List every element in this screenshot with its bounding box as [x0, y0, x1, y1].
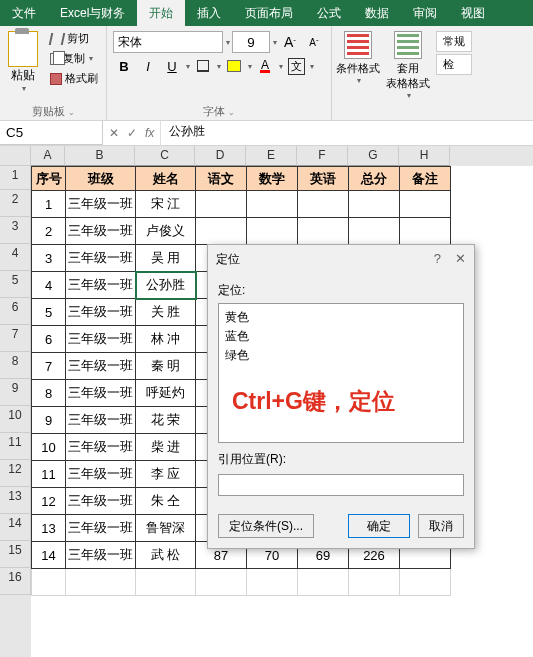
header-cell[interactable]: 序号: [32, 167, 66, 191]
cell[interactable]: [400, 569, 451, 596]
cell[interactable]: 武 松: [136, 542, 196, 569]
tab-公式[interactable]: 公式: [305, 0, 353, 26]
header-cell[interactable]: 数学: [247, 167, 298, 191]
tab-插入[interactable]: 插入: [185, 0, 233, 26]
formula-input[interactable]: 公孙胜: [161, 121, 533, 145]
underline-button[interactable]: U: [161, 55, 183, 77]
header-cell[interactable]: 总分: [349, 167, 400, 191]
cell[interactable]: 三年级一班: [66, 461, 136, 488]
cell[interactable]: [247, 218, 298, 245]
cell[interactable]: [32, 569, 66, 596]
paste-button[interactable]: 粘贴 ▾: [4, 29, 42, 95]
cell[interactable]: [298, 569, 349, 596]
row-header-15[interactable]: 15: [0, 541, 31, 568]
col-header-A[interactable]: A: [31, 146, 65, 166]
col-header-G[interactable]: G: [348, 146, 399, 166]
cell[interactable]: [298, 218, 349, 245]
cell[interactable]: [196, 191, 247, 218]
dialog-titlebar[interactable]: 定位 ?✕: [208, 245, 474, 274]
row-header-5[interactable]: 5: [0, 271, 31, 298]
cell[interactable]: 三年级一班: [66, 488, 136, 515]
row-header-14[interactable]: 14: [0, 514, 31, 541]
cell[interactable]: 柴 进: [136, 434, 196, 461]
col-header-H[interactable]: H: [399, 146, 450, 166]
cell[interactable]: 三年级一班: [66, 272, 136, 299]
cell[interactable]: [196, 218, 247, 245]
cell[interactable]: 鲁智深: [136, 515, 196, 542]
cell[interactable]: 三年级一班: [66, 326, 136, 353]
increase-font-button[interactable]: Aˆ: [279, 31, 301, 53]
cell[interactable]: 三年级一班: [66, 245, 136, 272]
cell[interactable]: 7: [32, 353, 66, 380]
fill-color-button[interactable]: [223, 55, 245, 77]
cell[interactable]: [400, 218, 451, 245]
cell[interactable]: 5: [32, 299, 66, 326]
cell[interactable]: 宋 江: [136, 191, 196, 218]
cell[interactable]: [349, 191, 400, 218]
col-header-B[interactable]: B: [65, 146, 135, 166]
row-header-1[interactable]: 1: [0, 166, 31, 190]
cell[interactable]: 三年级一班: [66, 515, 136, 542]
conditional-format-button[interactable]: 条件格式▾: [336, 31, 380, 85]
cell[interactable]: [247, 569, 298, 596]
cell[interactable]: 三年级一班: [66, 191, 136, 218]
tab-开始[interactable]: 开始: [137, 0, 185, 26]
tab-视图[interactable]: 视图: [449, 0, 497, 26]
cell[interactable]: [298, 191, 349, 218]
header-cell[interactable]: 语文: [196, 167, 247, 191]
cell[interactable]: 三年级一班: [66, 434, 136, 461]
list-item[interactable]: 绿色: [225, 346, 457, 365]
cell[interactable]: 朱 仝: [136, 488, 196, 515]
cell-style-normal[interactable]: 常规: [436, 31, 472, 52]
cell[interactable]: 三年级一班: [66, 353, 136, 380]
cancel-formula-icon[interactable]: ✕: [109, 126, 119, 140]
cell[interactable]: [349, 569, 400, 596]
col-header-F[interactable]: F: [297, 146, 348, 166]
row-header-16[interactable]: 16: [0, 568, 31, 595]
tab-审阅[interactable]: 审阅: [401, 0, 449, 26]
cell[interactable]: 三年级一班: [66, 542, 136, 569]
font-color-button[interactable]: A: [254, 55, 276, 77]
cell[interactable]: 12: [32, 488, 66, 515]
select-all-corner[interactable]: [0, 146, 31, 166]
cell[interactable]: 三年级一班: [66, 407, 136, 434]
italic-button[interactable]: I: [137, 55, 159, 77]
header-cell[interactable]: 班级: [66, 167, 136, 191]
cell[interactable]: 11: [32, 461, 66, 488]
header-cell[interactable]: 姓名: [136, 167, 196, 191]
row-header-9[interactable]: 9: [0, 379, 31, 406]
row-header-2[interactable]: 2: [0, 190, 31, 217]
cell[interactable]: 三年级一班: [66, 380, 136, 407]
cell[interactable]: 3: [32, 245, 66, 272]
copy-button[interactable]: 复制▾: [46, 49, 102, 68]
cell[interactable]: 公孙胜: [136, 272, 196, 299]
special-button[interactable]: 定位条件(S)...: [218, 514, 314, 538]
tab-Excel与财务[interactable]: Excel与财务: [48, 0, 137, 26]
table-format-button[interactable]: 套用 表格格式▾: [386, 31, 430, 100]
cell[interactable]: 三年级一班: [66, 218, 136, 245]
header-cell[interactable]: 英语: [298, 167, 349, 191]
cell[interactable]: [349, 218, 400, 245]
row-header-3[interactable]: 3: [0, 217, 31, 244]
font-size-input[interactable]: [232, 31, 270, 53]
cell[interactable]: 14: [32, 542, 66, 569]
cell[interactable]: 李 应: [136, 461, 196, 488]
row-header-4[interactable]: 4: [0, 244, 31, 271]
row-header-7[interactable]: 7: [0, 325, 31, 352]
reference-input[interactable]: [218, 474, 464, 496]
cell[interactable]: 2: [32, 218, 66, 245]
cell[interactable]: 三年级一班: [66, 299, 136, 326]
col-header-E[interactable]: E: [246, 146, 297, 166]
cell[interactable]: 8: [32, 380, 66, 407]
cell[interactable]: 花 荣: [136, 407, 196, 434]
col-header-C[interactable]: C: [135, 146, 195, 166]
goto-listbox[interactable]: 黄色蓝色绿色: [218, 303, 464, 443]
cell-style-check[interactable]: 检: [436, 54, 472, 75]
ok-button[interactable]: 确定: [348, 514, 410, 538]
decrease-font-button[interactable]: Aˇ: [303, 31, 325, 53]
cell[interactable]: [66, 569, 136, 596]
cell[interactable]: 吴 用: [136, 245, 196, 272]
cell[interactable]: 呼延灼: [136, 380, 196, 407]
cell[interactable]: [400, 191, 451, 218]
list-item[interactable]: 蓝色: [225, 327, 457, 346]
